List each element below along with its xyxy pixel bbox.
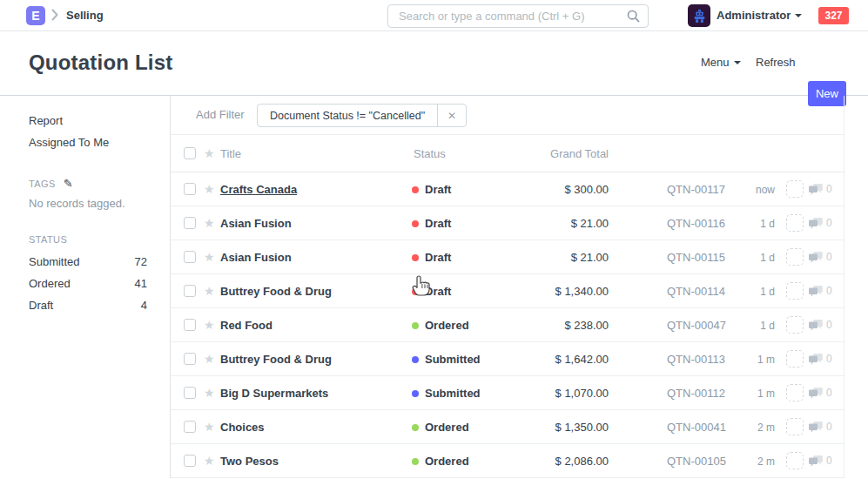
row-comments[interactable]: 0	[809, 217, 832, 229]
row-document-id[interactable]: QTN-00105	[667, 455, 726, 468]
row-title-link[interactable]: Choices	[220, 421, 265, 434]
table-row[interactable]: ★ Choices Ordered $ 1,350.00 QTN-00041 2…	[171, 410, 844, 444]
status-count: 41	[135, 277, 147, 290]
row-checkbox[interactable]	[184, 387, 196, 399]
assign-placeholder[interactable]	[786, 452, 804, 469]
comment-icon	[809, 218, 823, 229]
table-row[interactable]: ★ Crafts Canada Draft $ 300.00 QTN-00117…	[171, 172, 844, 206]
star-icon[interactable]: ★	[204, 352, 215, 366]
row-title-link[interactable]: Asian Fusion	[220, 217, 292, 230]
star-icon[interactable]: ★	[204, 216, 215, 230]
row-document-id[interactable]: QTN-00115	[667, 251, 725, 264]
row-title-link[interactable]: Crafts Canada	[220, 183, 297, 196]
row-title-link[interactable]: Big D Supermarkets	[220, 387, 328, 400]
row-status: Ordered	[412, 455, 469, 468]
breadcrumb-selling[interactable]: Selling	[66, 9, 104, 22]
row-grand-total: $ 21.00	[484, 217, 609, 230]
row-status: Submitted	[412, 353, 481, 366]
row-title-link[interactable]: Buttrey Food & Drug	[220, 285, 332, 298]
comment-icon	[809, 354, 823, 365]
row-comments[interactable]: 0	[809, 319, 832, 331]
row-modified-time: 2 m	[728, 422, 775, 434]
row-document-id[interactable]: QTN-00117	[667, 183, 725, 196]
row-document-id[interactable]: QTN-00047	[667, 319, 726, 332]
column-header-status: Status	[414, 147, 446, 160]
table-row[interactable]: ★ Buttrey Food & Drug Draft $ 1,340.00 Q…	[171, 274, 844, 308]
table-row[interactable]: ★ Buttrey Food & Drug Submitted $ 1,642.…	[171, 342, 844, 376]
user-menu[interactable]: Administrator	[717, 9, 802, 22]
row-comments[interactable]: 0	[809, 387, 832, 399]
row-checkbox[interactable]	[184, 251, 196, 263]
page-header: Quotation List Menu Refresh New	[0, 31, 868, 96]
row-document-id[interactable]: QTN-00116	[667, 217, 725, 230]
edit-tags-pencil-icon[interactable]: ✎	[64, 178, 73, 189]
table-row[interactable]: ★ Red Food Ordered $ 238.00 QTN-00047 1 …	[171, 308, 844, 342]
row-comments[interactable]: 0	[809, 183, 832, 195]
add-filter-button[interactable]: Add Filter	[196, 108, 245, 121]
star-icon[interactable]: ★	[204, 146, 215, 160]
user-avatar[interactable]	[688, 4, 710, 27]
notification-badge[interactable]: 327	[818, 7, 849, 24]
row-document-id[interactable]: QTN-00041	[667, 421, 726, 434]
sidebar-status-ordered[interactable]: Ordered 41	[29, 273, 147, 294]
row-checkbox[interactable]	[184, 217, 196, 229]
row-modified-time: 1 m	[728, 354, 775, 366]
table-row[interactable]: ★ Asian Fusion Draft $ 21.00 QTN-00115 1…	[171, 240, 844, 274]
row-comments[interactable]: 0	[809, 353, 832, 365]
table-row[interactable]: ★ Two Pesos Ordered $ 2,086.00 QTN-00105…	[171, 444, 844, 478]
table-row[interactable]: ★ Big D Supermarkets Submitted $ 1,070.0…	[171, 376, 844, 410]
row-checkbox[interactable]	[184, 421, 196, 433]
star-icon[interactable]: ★	[204, 182, 215, 196]
star-icon[interactable]: ★	[204, 284, 215, 298]
assign-placeholder[interactable]	[786, 316, 804, 334]
assign-placeholder[interactable]	[786, 350, 804, 368]
row-document-id[interactable]: QTN-00113	[667, 353, 725, 366]
menu-dropdown-button[interactable]: Menu	[701, 56, 741, 69]
star-icon[interactable]: ★	[204, 386, 215, 400]
search-input[interactable]	[388, 10, 627, 23]
page-title: Quotation List	[29, 51, 172, 75]
row-checkbox[interactable]	[184, 455, 196, 467]
assign-placeholder[interactable]	[786, 180, 804, 198]
row-checkbox[interactable]	[184, 285, 196, 297]
assign-placeholder[interactable]	[786, 248, 804, 266]
star-icon[interactable]: ★	[204, 318, 215, 332]
row-checkbox[interactable]	[184, 353, 196, 365]
star-icon[interactable]: ★	[204, 420, 215, 434]
row-comments[interactable]: 0	[809, 455, 832, 467]
row-document-id[interactable]: QTN-00114	[667, 285, 725, 298]
filter-chip-label[interactable]: Document Status != "Cancelled"	[258, 105, 437, 126]
row-comments[interactable]: 0	[809, 421, 832, 433]
refresh-button[interactable]: Refresh	[756, 56, 796, 69]
status-dot-icon	[412, 186, 419, 193]
comment-count: 0	[826, 387, 832, 399]
row-checkbox[interactable]	[184, 183, 196, 195]
search-icon[interactable]	[627, 10, 640, 23]
assign-placeholder[interactable]	[786, 418, 804, 435]
row-checkbox[interactable]	[184, 319, 196, 331]
row-comments[interactable]: 0	[809, 285, 832, 297]
select-all-checkbox[interactable]	[184, 147, 196, 159]
comment-icon	[809, 286, 823, 297]
row-title-link[interactable]: Buttrey Food & Drug	[220, 353, 332, 366]
row-title-link[interactable]: Asian Fusion	[220, 251, 292, 264]
star-icon[interactable]: ★	[204, 250, 215, 264]
comment-icon	[809, 422, 823, 433]
sidebar-status-draft[interactable]: Draft 4	[29, 294, 147, 316]
assign-placeholder[interactable]	[786, 282, 804, 300]
star-icon[interactable]: ★	[204, 454, 215, 468]
assign-placeholder[interactable]	[786, 384, 804, 401]
sidebar-link-assigned-to-me[interactable]: Assigned To Me	[29, 132, 147, 153]
sidebar-link-report[interactable]: Report	[29, 110, 147, 132]
app-logo[interactable]: E	[26, 6, 45, 25]
table-row[interactable]: ★ Asian Fusion Draft $ 21.00 QTN-00116 1…	[171, 206, 844, 240]
assign-placeholder[interactable]	[786, 214, 804, 232]
row-title-link[interactable]: Red Food	[220, 319, 273, 332]
row-comments[interactable]: 0	[809, 251, 832, 263]
comment-count: 0	[826, 183, 832, 195]
filter-remove-icon[interactable]: ✕	[437, 105, 466, 126]
row-title-link[interactable]: Two Pesos	[220, 455, 279, 468]
status-heading: STATUS	[29, 234, 147, 245]
row-document-id[interactable]: QTN-00112	[667, 387, 725, 400]
sidebar-status-submitted[interactable]: Submitted 72	[29, 251, 147, 273]
